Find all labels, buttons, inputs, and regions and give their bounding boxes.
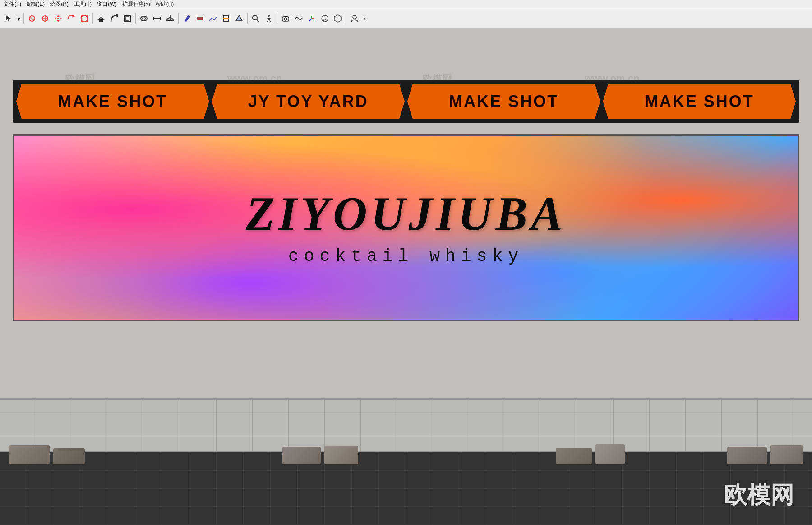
svg-point-36 bbox=[353, 15, 356, 19]
move-tool[interactable] bbox=[52, 13, 64, 24]
svg-rect-31 bbox=[284, 16, 287, 17]
sign-panel-3: MAKE SHOT bbox=[407, 84, 600, 119]
stone-block-8 bbox=[770, 445, 803, 464]
svg-marker-35 bbox=[334, 15, 341, 22]
svg-rect-11 bbox=[124, 15, 130, 22]
sign-panel-text-1: MAKE SHOT bbox=[58, 92, 167, 111]
select-arrow-dropdown[interactable]: ▾ bbox=[16, 13, 21, 24]
viewport: 欧模网 www.om.cn 欧模网 www.om.cn om.cn 欧模网 欧模… bbox=[0, 28, 812, 525]
walk-tool[interactable] bbox=[263, 13, 275, 24]
sign-panel-text-4: MAKE SHOT bbox=[645, 92, 754, 111]
svg-marker-23 bbox=[236, 15, 242, 21]
menu-item-help[interactable]: 帮助(H) bbox=[156, 0, 174, 8]
sandbox-tool[interactable] bbox=[207, 13, 219, 24]
pushpull-tool[interactable] bbox=[95, 13, 107, 24]
tape-tool[interactable] bbox=[151, 13, 163, 24]
orbit-tool[interactable] bbox=[26, 13, 38, 24]
stone-block-1 bbox=[9, 445, 50, 464]
sign-panel-4: MAKE SHOT bbox=[603, 84, 796, 119]
svg-line-28 bbox=[270, 20, 271, 22]
svg-line-27 bbox=[267, 20, 268, 22]
intersect-tool[interactable] bbox=[138, 13, 150, 24]
camera-tool[interactable] bbox=[280, 13, 291, 24]
stone-block-2 bbox=[53, 448, 85, 464]
svg-point-30 bbox=[284, 18, 287, 20]
platform-area bbox=[0, 398, 812, 525]
toolbar-sep-5 bbox=[247, 13, 248, 24]
paint-tool[interactable] bbox=[181, 13, 193, 24]
sign-panel-2: JY TOY YARD bbox=[212, 84, 405, 119]
search-tool[interactable] bbox=[250, 13, 262, 24]
svg-rect-8 bbox=[86, 20, 88, 22]
user-chevron[interactable]: ▾ bbox=[362, 13, 367, 24]
section-cut-tool[interactable] bbox=[233, 13, 245, 24]
svg-rect-7 bbox=[81, 20, 83, 22]
menu-item-draw[interactable]: 绘图(R) bbox=[50, 0, 69, 8]
svg-rect-20 bbox=[197, 17, 203, 20]
stone-block-6 bbox=[595, 444, 625, 464]
select-tool[interactable] bbox=[3, 13, 14, 24]
menubar: 文件(F) 编辑(E) 绘图(R) 工具(T) 窗口(W) 扩展程序(x) 帮助… bbox=[0, 0, 812, 9]
svg-point-10 bbox=[116, 14, 118, 17]
toolbar: ▾ bbox=[0, 9, 812, 28]
pan-tool[interactable] bbox=[39, 13, 51, 24]
menu-item-file[interactable]: 文件(F) bbox=[4, 0, 21, 8]
svg-rect-2 bbox=[57, 18, 59, 19]
stone-block-3 bbox=[282, 447, 321, 464]
sign-panel-1: MAKE SHOT bbox=[16, 84, 209, 119]
menu-item-window[interactable]: 窗口(W) bbox=[97, 0, 116, 8]
menu-item-tools[interactable]: 工具(T) bbox=[74, 0, 92, 8]
protractor-tool[interactable] bbox=[164, 13, 176, 24]
toolbar-sep-7 bbox=[346, 13, 346, 24]
toolbar-sep-6 bbox=[277, 13, 277, 24]
scale-tool[interactable] bbox=[78, 13, 90, 24]
user-dropdown[interactable] bbox=[349, 13, 360, 24]
walkthrough-tool[interactable] bbox=[293, 13, 304, 24]
svg-point-19 bbox=[187, 15, 190, 18]
dimensions-tool[interactable] bbox=[319, 13, 331, 24]
billboard-main-text: ZIYOUJIUBA bbox=[246, 190, 566, 237]
rotate-tool[interactable] bbox=[65, 13, 77, 24]
stone-block-7 bbox=[727, 447, 767, 464]
toolbar-sep-4 bbox=[178, 13, 179, 24]
svg-line-25 bbox=[257, 19, 259, 22]
svg-rect-5 bbox=[81, 15, 83, 17]
svg-point-24 bbox=[253, 15, 257, 20]
sign-panel-text-2: JY TOY YARD bbox=[248, 92, 369, 111]
sign-panels: MAKE SHOT JY TOY YARD MAKE SHOT MAKE SHO… bbox=[16, 84, 796, 119]
eraser-tool[interactable] bbox=[194, 13, 206, 24]
menu-item-extensions[interactable]: 扩展程序(x) bbox=[122, 0, 150, 8]
billboard: ZIYOUJIUBA cocktail whisky bbox=[13, 134, 799, 321]
followme-tool[interactable] bbox=[108, 13, 120, 24]
section-tool[interactable] bbox=[220, 13, 232, 24]
stone-blocks-row bbox=[9, 439, 803, 464]
billboard-sub-text: cocktail whisky bbox=[288, 246, 524, 266]
toolbar-sep-3 bbox=[135, 13, 136, 24]
offset-tool[interactable] bbox=[121, 13, 133, 24]
billboard-gradient: ZIYOUJIUBA cocktail whisky bbox=[14, 136, 798, 320]
axes-tool[interactable] bbox=[306, 13, 318, 24]
component-tool[interactable] bbox=[332, 13, 344, 24]
toolbar-sep-2 bbox=[92, 13, 93, 24]
stone-block-5 bbox=[556, 448, 592, 464]
svg-rect-12 bbox=[125, 17, 129, 20]
stone-block-4 bbox=[324, 446, 358, 464]
svg-rect-9 bbox=[99, 19, 103, 22]
svg-point-26 bbox=[268, 15, 270, 17]
svg-point-33 bbox=[322, 15, 328, 22]
svg-rect-6 bbox=[86, 15, 88, 17]
toolbar-sep-1 bbox=[23, 13, 24, 24]
sign-panel-text-3: MAKE SHOT bbox=[449, 92, 558, 111]
sign-bar-container: MAKE SHOT JY TOY YARD MAKE SHOT MAKE SHO… bbox=[13, 80, 799, 123]
menu-item-edit[interactable]: 编辑(E) bbox=[27, 0, 45, 8]
